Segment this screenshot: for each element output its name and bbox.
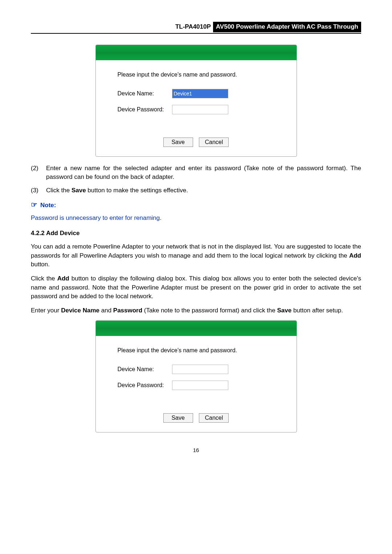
steps-list: (2) Enter a new name for the selected ad… bbox=[31, 164, 361, 195]
save-button[interactable]: Save bbox=[163, 413, 193, 423]
page-number: 16 bbox=[31, 446, 361, 454]
p3-bold-2: Password bbox=[113, 307, 142, 314]
section-heading: 4.2.2 Add Device bbox=[31, 229, 361, 238]
step-3-marker: (3) bbox=[31, 186, 46, 195]
cancel-button[interactable]: Cancel bbox=[199, 413, 229, 423]
note-body: Password is unnecessary to enter for ren… bbox=[31, 214, 361, 223]
p2-b: button to display the following dialog b… bbox=[31, 275, 361, 300]
p3-bold-1: Device Name bbox=[61, 307, 99, 314]
p2-a: Click the bbox=[31, 275, 57, 282]
device-password-input[interactable] bbox=[172, 105, 228, 114]
section-paragraph-1: You can add a remote Powerline Adapter t… bbox=[31, 242, 361, 269]
p2-bold: Add bbox=[57, 275, 69, 282]
section-paragraph-2: Click the Add button to display the foll… bbox=[31, 274, 361, 301]
step-3-text: Click the Save button to make the settin… bbox=[46, 186, 361, 195]
p3-bold-3: Save bbox=[277, 307, 291, 314]
pointing-hand-icon: ☞ bbox=[31, 201, 37, 209]
p1-a: You can add a remote Powerline Adapter t… bbox=[31, 243, 361, 259]
step-3-text-a: Click the bbox=[46, 187, 72, 194]
page-header: TL-PA4010PAV500 Powerline Adapter With A… bbox=[31, 22, 361, 34]
header-title: AV500 Powerline Adapter With AC Pass Thr… bbox=[213, 22, 361, 32]
device-name-input[interactable] bbox=[172, 365, 228, 374]
rename-device-dialog: Please input the device's name and passw… bbox=[95, 45, 297, 157]
save-button[interactable]: Save bbox=[163, 138, 193, 147]
dialog-instruction: Please input the device's name and passw… bbox=[118, 70, 275, 79]
device-name-label: Device Name: bbox=[118, 89, 172, 98]
dialog-titlebar bbox=[96, 45, 297, 60]
note-heading: ☞Note: bbox=[31, 200, 361, 210]
section-paragraph-3: Enter your Device Name and Password (Tak… bbox=[31, 306, 361, 315]
dialog-instruction: Please input the device's name and passw… bbox=[118, 346, 275, 354]
step-2-text: Enter a new name for the selected adapte… bbox=[46, 164, 361, 182]
p3-mid-1: and bbox=[99, 307, 113, 314]
step-2-marker: (2) bbox=[31, 164, 46, 182]
device-password-input[interactable] bbox=[172, 381, 228, 390]
p1-b: button. bbox=[31, 261, 50, 268]
p3-b: button after setup. bbox=[291, 307, 343, 314]
header-model: TL-PA4010P bbox=[173, 22, 213, 32]
step-3-text-b: button to make the settings effective. bbox=[86, 187, 188, 194]
p1-bold: Add bbox=[349, 252, 361, 259]
device-password-label: Device Password: bbox=[118, 381, 172, 389]
p3-a: Enter your bbox=[31, 307, 61, 314]
note-label: Note: bbox=[40, 202, 56, 209]
device-password-label: Device Password: bbox=[118, 105, 172, 114]
device-name-input[interactable] bbox=[172, 89, 228, 98]
dialog-titlebar bbox=[96, 321, 297, 336]
p3-mid-2: (Take note to the password format) and c… bbox=[142, 307, 277, 314]
step-3-bold: Save bbox=[72, 187, 86, 194]
device-name-label: Device Name: bbox=[118, 365, 172, 373]
add-device-dialog: Please input the device's name and passw… bbox=[95, 320, 297, 432]
cancel-button[interactable]: Cancel bbox=[199, 138, 229, 147]
